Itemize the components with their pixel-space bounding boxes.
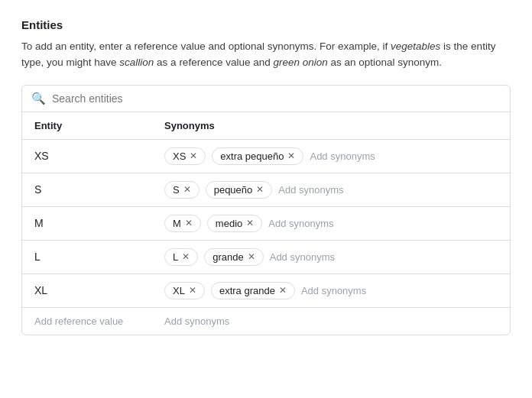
add-entity-row: Add reference valueAdd synonyms: [22, 307, 510, 335]
tag-remove-icon[interactable]: ✕: [279, 286, 287, 295]
search-icon: 🔍: [31, 92, 46, 105]
tag-remove-icon[interactable]: ✕: [190, 151, 197, 160]
add-synonyms-button[interactable]: Add synonyms: [310, 150, 375, 162]
tag-text: pequeño: [214, 184, 253, 196]
entity-name: XS: [22, 139, 152, 173]
tag-remove-icon[interactable]: ✕: [183, 185, 191, 194]
table-row: LL✕grande✕Add synonyms: [22, 240, 510, 273]
synonym-tag: M✕: [164, 215, 201, 232]
tag-text: L: [173, 251, 178, 263]
synonym-tag: XS✕: [164, 147, 206, 165]
synonym-tag: medio✕: [207, 215, 262, 232]
add-synonyms-button[interactable]: Add synonyms: [301, 285, 366, 296]
table-row: MM✕medio✕Add synonyms: [22, 206, 510, 240]
add-synonyms-button[interactable]: Add synonyms: [268, 218, 333, 229]
synonym-tag: pequeño✕: [206, 181, 273, 199]
tag-text: XL: [173, 285, 185, 296]
tag-remove-icon[interactable]: ✕: [189, 286, 196, 295]
col-entity: Entity: [22, 112, 152, 140]
tag-remove-icon[interactable]: ✕: [246, 218, 254, 228]
add-synonyms-button[interactable]: Add synonyms: [270, 251, 335, 263]
add-reference-cell[interactable]: Add reference value: [22, 307, 152, 335]
description: To add an entity, enter a reference valu…: [21, 39, 511, 71]
add-synonyms-footer-cell[interactable]: Add synonyms: [152, 307, 510, 335]
synonyms-cell: S✕pequeño✕Add synonyms: [152, 173, 510, 206]
entity-name: L: [22, 240, 152, 273]
synonyms-cell: M✕medio✕Add synonyms: [152, 206, 510, 240]
table-row: XLXL✕extra grande✕Add synonyms: [22, 273, 510, 307]
tag-remove-icon[interactable]: ✕: [287, 151, 295, 160]
add-synonyms-button[interactable]: Add synonyms: [278, 184, 343, 196]
synonym-tag: XL✕: [164, 282, 205, 299]
entity-name: S: [22, 173, 152, 206]
synonym-tag: grande✕: [204, 248, 263, 266]
synonyms-cell: XL✕extra grande✕Add synonyms: [152, 273, 510, 307]
table-header-row: Entity Synonyms: [22, 112, 510, 140]
synonyms-cell: XS✕extra pequeño✕Add synonyms: [152, 139, 510, 173]
table-row: XSXS✕extra pequeño✕Add synonyms: [22, 139, 510, 173]
tag-text: S: [173, 184, 180, 196]
search-input[interactable]: [52, 92, 501, 105]
entities-container: 🔍 Entity Synonyms XSXS✕extra pequeño✕Add…: [21, 85, 511, 335]
entity-name: M: [22, 206, 152, 240]
synonyms-cell: L✕grande✕Add synonyms: [152, 240, 510, 273]
table-row: SS✕pequeño✕Add synonyms: [22, 173, 510, 206]
tag-remove-icon[interactable]: ✕: [248, 252, 255, 261]
tag-remove-icon[interactable]: ✕: [182, 252, 190, 261]
synonym-tag: L✕: [164, 248, 198, 266]
search-bar: 🔍: [22, 86, 510, 112]
tag-remove-icon[interactable]: ✕: [185, 218, 193, 228]
tag-text: extra pequeño: [220, 150, 284, 162]
tag-text: XS: [173, 150, 186, 162]
tag-text: medio: [216, 218, 242, 229]
synonym-tag: extra grande✕: [211, 282, 295, 299]
entities-table: Entity Synonyms XSXS✕extra pequeño✕Add s…: [22, 112, 510, 335]
entity-name: XL: [22, 273, 152, 307]
page-title: Entities: [21, 18, 511, 31]
synonym-tag: extra pequeño✕: [212, 147, 303, 165]
tag-text: grande: [212, 251, 243, 263]
tag-text: M: [173, 218, 181, 229]
tag-remove-icon[interactable]: ✕: [256, 185, 264, 194]
synonym-tag: S✕: [164, 181, 200, 199]
col-synonyms: Synonyms: [152, 112, 510, 140]
tag-text: extra grande: [219, 285, 275, 296]
